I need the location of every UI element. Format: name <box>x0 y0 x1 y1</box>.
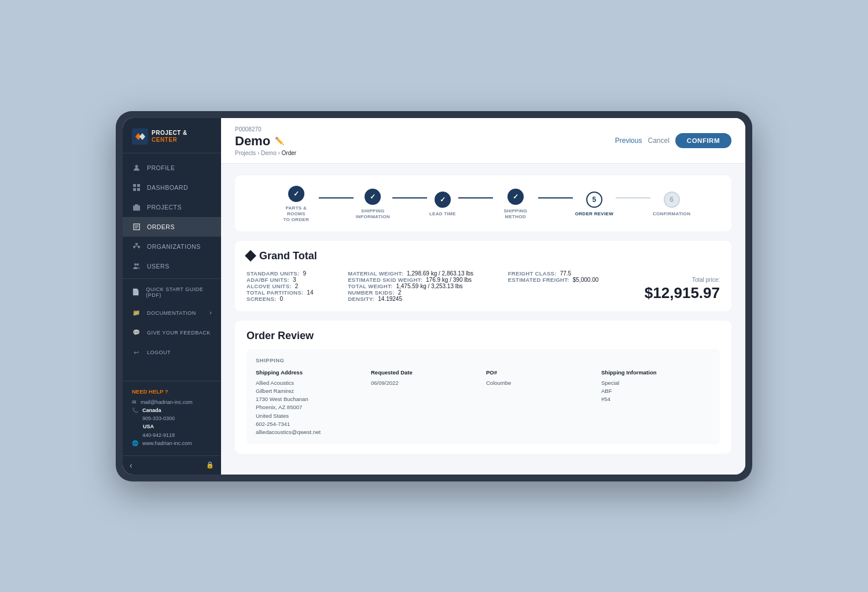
svg-rect-3 <box>137 184 140 187</box>
step-3: ✓ LEAD TIME <box>429 192 456 217</box>
stat-alcove-units: ALCOVE UNITS: 2 <box>247 283 336 289</box>
step-5-circle: 5 <box>586 192 602 208</box>
svg-rect-5 <box>137 188 140 191</box>
breadcrumb: Projects › Demo › Order <box>235 150 296 156</box>
step-5[interactable]: 5 ORDER REVIEW <box>575 192 613 217</box>
orders-icon <box>132 222 141 231</box>
svg-rect-2 <box>133 184 136 187</box>
svg-point-1 <box>135 165 138 168</box>
sidebar-item-quickstart[interactable]: 📄 Quick Start Guide (PDF) <box>123 281 221 303</box>
connector-3 <box>458 197 493 198</box>
sidebar-item-profile[interactable]: Profile <box>123 158 221 178</box>
step-4-circle: ✓ <box>507 189 524 205</box>
contact-phone-us: 📞 USA <box>132 424 212 430</box>
stat-density: DENSITY: 14.19245 <box>348 296 496 302</box>
dashboard-icon <box>132 183 141 192</box>
total-price-label: Total price: <box>692 277 720 283</box>
stat-number-skids: NUMBER SKIDS: 2 <box>348 289 496 296</box>
shipping-info-col: Shipping Information SpecialABF#54 <box>601 369 711 437</box>
chevron-right-icon: › <box>209 310 212 316</box>
lock-icon: 🔒 <box>206 461 214 469</box>
sidebar-item-organizations[interactable]: Organizations <box>123 237 221 256</box>
diamond-icon <box>245 250 256 262</box>
sidebar-item-users[interactable]: Users <box>123 256 221 276</box>
stat-freight-class: FREIGHT CLASS: 77.5 <box>508 270 621 277</box>
docs-icon: 📁 <box>132 308 141 318</box>
step-4: ✓ SHIPPING METHOD <box>495 189 536 220</box>
order-id: P0008270 <box>235 126 296 133</box>
requested-date-col: Requested Date 06/09/2022 <box>371 369 480 437</box>
logo-text: PROJECT & CENTER <box>152 130 187 144</box>
confirm-button[interactable]: CONFIRM <box>675 133 731 148</box>
stats-col1: STANDARD UNITS: 9 ADA/BF UNITS: 3 ALCOVE… <box>247 270 336 302</box>
logout-icon: ↩ <box>132 348 141 357</box>
email-icon: ✉ <box>132 399 137 405</box>
sidebar-item-orders[interactable]: Orders <box>123 217 221 237</box>
sidebar-item-projects[interactable]: Projects <box>123 197 221 217</box>
connector-5 <box>616 197 650 198</box>
stat-ada-units: ADA/BF UNITS: 3 <box>247 277 336 283</box>
step-2-circle: ✓ <box>365 189 381 205</box>
stats-col3: FREIGHT CLASS: 77.5 ESTIMATED FREIGHT: $… <box>508 270 621 302</box>
requested-date-header: Requested Date <box>371 369 480 376</box>
sidebar-item-documentation[interactable]: 📁 Documentation › <box>123 303 221 323</box>
page-header: P0008270 Demo ✏️ Projects › Demo › Order… <box>221 118 745 164</box>
stat-standard-units: STANDARD UNITS: 9 <box>247 270 336 277</box>
step-1-circle: ✓ <box>288 186 304 202</box>
shipping-info-value: SpecialABF#54 <box>601 379 711 404</box>
stat-screens: SCREENS: 0 <box>247 296 336 302</box>
svg-rect-7 <box>135 243 138 245</box>
content-area: ✓ PARTS & ROOMSTO ORDER ✓ SHIPPINGINFORM… <box>221 164 745 475</box>
order-stepper: ✓ PARTS & ROOMSTO ORDER ✓ SHIPPINGINFORM… <box>235 175 731 231</box>
breadcrumb-demo[interactable]: Demo <box>261 150 277 156</box>
shipping-grid: Shipping Address Allied Acoustics Gilber… <box>256 369 711 437</box>
tablet-inner: PROJECT & CENTER Profile Dashboard <box>123 118 745 475</box>
po-value: Coloumbe <box>486 379 595 387</box>
shipping-section: SHIPPING Shipping Address Allied Acousti… <box>247 349 720 445</box>
sidebar-item-logout[interactable]: ↩ Logout <box>123 343 221 362</box>
tablet-frame: PROJECT & CENTER Profile Dashboard <box>116 111 752 481</box>
svg-rect-9 <box>138 246 140 248</box>
contact-web: 🌐 www.hadrian-inc.com <box>132 440 212 446</box>
svg-point-11 <box>137 263 139 266</box>
projects-icon <box>132 203 141 212</box>
contact-phone-ca: 📞 Canada <box>132 407 212 413</box>
previous-button[interactable]: Previous <box>615 137 642 145</box>
sidebar-item-dashboard[interactable]: Dashboard <box>123 178 221 197</box>
profile-icon <box>132 163 141 172</box>
breadcrumb-projects[interactable]: Projects <box>235 150 256 156</box>
stat-skid-weight: ESTIMATED SKID WEIGHT: 176.9 kg / 390 lb… <box>348 277 496 283</box>
stat-total-weight: TOTAL WEIGHT: 1,475.59 kg / 3,253.13 lbs <box>348 283 496 289</box>
stat-material-weight: MATERIAL WEIGHT: 1,298.69 kg / 2,863.13 … <box>348 270 496 277</box>
phone-icon: 📞 <box>132 407 138 413</box>
order-review-title: Order Review <box>247 330 720 342</box>
step-4-label: SHIPPING METHOD <box>495 208 536 220</box>
svg-rect-8 <box>133 246 135 248</box>
sidebar-item-feedback[interactable]: 💬 Give your Feedback <box>123 323 221 343</box>
sidebar-logo: PROJECT & CENTER <box>123 118 221 153</box>
step-3-circle: ✓ <box>435 192 451 208</box>
stat-total-partitions: TOTAL PARTITIONS: 14 <box>247 289 336 296</box>
requested-date-value: 06/09/2022 <box>371 379 480 387</box>
stats-col2: MATERIAL WEIGHT: 1,298.69 kg / 2,863.13 … <box>348 270 496 302</box>
contact-email: ✉ mail@hadrian-inc.com <box>132 399 212 405</box>
step-6: 6 CONFIRMATION <box>653 192 690 217</box>
cancel-button[interactable]: Cancel <box>648 137 669 145</box>
stat-estimated-freight: ESTIMATED FREIGHT: $5,000.00 <box>508 277 621 283</box>
connector-4 <box>538 197 573 198</box>
organizations-icon <box>132 242 141 251</box>
po-header: PO# <box>486 369 595 376</box>
feedback-icon: 💬 <box>132 328 141 337</box>
step-1: ✓ PARTS & ROOMSTO ORDER <box>276 186 317 223</box>
collapse-sidebar-button[interactable]: ‹ <box>130 461 133 470</box>
step-5-label: ORDER REVIEW <box>575 211 613 217</box>
connector-2 <box>392 197 427 198</box>
order-review-card: Order Review SHIPPING Shipping Address A… <box>235 321 731 454</box>
web-icon: 🌐 <box>132 440 138 446</box>
po-col: PO# Coloumbe <box>486 369 595 437</box>
step-6-circle: 6 <box>664 192 680 208</box>
contact-phone-ca-number: 905-333-0300 <box>132 415 212 421</box>
users-icon <box>132 262 141 271</box>
edit-icon[interactable]: ✏️ <box>275 137 284 145</box>
step-2-label: SHIPPINGINFORMATION <box>356 208 390 220</box>
